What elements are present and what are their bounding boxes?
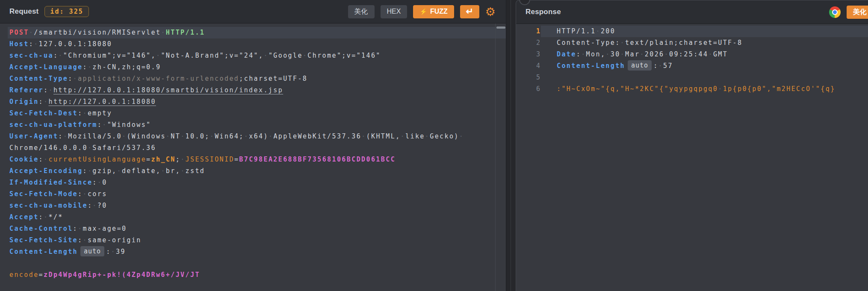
request-line[interactable]: Sec-Fetch-Dest:·empty (0, 108, 506, 119)
request-line[interactable] (0, 258, 506, 269)
request-editor[interactable]: POST·/smartbi/vision/RMIServlet·HTTP/1.1… (0, 24, 506, 291)
code-segment: · (620, 39, 625, 47)
line-number: 3 (516, 49, 540, 60)
request-line[interactable]: Accept-Encoding:·gzip,·deflate,·br,·zstd (0, 165, 506, 177)
response-line[interactable]: 4Content-Lengthauto:·57 (516, 60, 868, 72)
response-header: Response 美化 (516, 0, 868, 24)
code-segment: like (405, 132, 425, 140)
code-segment: · (83, 190, 87, 198)
code-segment: gzip, (92, 167, 117, 175)
response-line[interactable]: 2Content-Type:·text/plain;charset=UTF-8 (516, 37, 868, 49)
code-segment: · (620, 50, 625, 58)
code-segment: · (97, 179, 102, 186)
code-segment: Accept-Encoding (9, 167, 83, 175)
line-number: 4 (516, 60, 540, 72)
code-segment: · (73, 75, 78, 82)
code-segment: Origin (9, 98, 39, 106)
request-line[interactable]: Host:·127.0.0.1:18080 (0, 38, 506, 50)
request-line[interactable]: sec-ch-ua:·"Chromium";v="146",·"Not-A.Br… (0, 50, 506, 62)
code-segment: 200 (601, 27, 615, 35)
code-segment: 30 (611, 50, 620, 58)
send-enter-button[interactable]: ↵ (460, 5, 479, 18)
code-segment: ;charset=UTF-8 (239, 75, 307, 82)
code-segment: Chrome";v="146" (307, 52, 381, 59)
settings-gear-icon[interactable]: ⚙ (485, 6, 496, 18)
code-segment: text/plain;charset=UTF-8 (625, 39, 742, 47)
request-line[interactable]: POST·/smartbi/vision/RMIServlet·HTTP/1.1 (0, 27, 506, 38)
request-line[interactable]: Cookie:·currentUsingLanguage=zh_CN;·JSES… (0, 154, 506, 165)
code-segment: zh_CN (151, 156, 176, 163)
code-segment: : (73, 225, 78, 232)
pane-resize-divider[interactable] (506, 0, 516, 291)
enter-arrow-icon: ↵ (466, 6, 473, 17)
code-segment: 57 (663, 62, 673, 70)
response-line[interactable]: 3Date:·Mon,·30·Mar·2026·09:25:44·GMT (516, 49, 868, 60)
response-editor[interactable]: 1HTTP/1.1·2002Content-Type:·text/plain;c… (516, 24, 868, 95)
code-segment: : (78, 236, 83, 244)
code-segment: sec-ch-ua (9, 52, 53, 59)
code-segment: · (161, 167, 165, 175)
beautify-button[interactable]: 美化 (348, 5, 375, 18)
divider-line (511, 0, 511, 291)
code-segment: · (117, 167, 122, 175)
request-line[interactable]: Content-Type:·application/x-www-form-url… (0, 73, 506, 85)
code-segment: = (39, 271, 44, 279)
code-segment: "Not-A.Brand";v="24", (161, 52, 263, 59)
auto-badge: auto (80, 246, 104, 256)
code-segment: · (156, 52, 161, 59)
code-segment: Mozilla/5.0 (68, 132, 122, 140)
code-segment: Content-Length (9, 248, 78, 256)
code-segment: max-age=0 (83, 225, 127, 232)
response-line[interactable]: 1HTTP/1.1·200 (516, 26, 868, 37)
code-segment: 09:25:44 (669, 50, 708, 58)
code-segment: · (658, 62, 663, 70)
request-line[interactable]: Content-Lengthauto:·39 (0, 246, 506, 258)
request-line[interactable]: User-Agent:·Mozilla/5.0·(Windows·NT·10.0… (0, 131, 506, 142)
request-line[interactable]: Origin:·http://127.0.0.1:18080 (0, 96, 506, 108)
request-line[interactable]: sec-ch-ua-platform:·"Windows" (0, 119, 506, 131)
fuzz-button[interactable]: ⚡ FUZZ (413, 5, 454, 18)
request-scrollbar-track (495, 24, 506, 291)
code-segment: : (576, 50, 581, 58)
code-segment: Safari/537.36 (92, 144, 156, 152)
code-segment: · (303, 52, 307, 59)
code-segment: Cache-Control (9, 225, 73, 232)
request-line[interactable]: Accept-Language:·zh-CN,zh;q=0.9 (0, 62, 506, 73)
request-scrollbar-thumb[interactable] (496, 26, 505, 29)
code-segment: cors (88, 190, 107, 198)
response-line[interactable]: 6:"H~CxOm~"{q,"H~*2KC"{"yqypgqpgq0·1p{p0… (516, 83, 868, 95)
code-segment: Gecko) (430, 132, 459, 140)
line-number: 1 (516, 26, 540, 37)
code-segment: · (83, 236, 87, 244)
code-segment: AppleWebKit/537.36 (273, 132, 361, 140)
code-segment: · (63, 132, 68, 140)
request-line[interactable]: Referer:·http://127.0.0.1:18080/smartbi/… (0, 85, 506, 96)
code-segment: · (180, 156, 185, 163)
code-segment: : (44, 86, 48, 94)
code-segment: "Google (269, 52, 303, 59)
chrome-browser-icon[interactable] (829, 6, 841, 18)
code-segment: Sec-Fetch-Dest (9, 109, 78, 117)
line-number: 2 (516, 37, 540, 49)
code-segment: · (401, 132, 405, 140)
request-line[interactable]: sec-ch-ua-mobile:·?0 (0, 200, 506, 212)
request-line[interactable]: Cache-Control:·max-age=0 (0, 223, 506, 235)
code-segment: Chrome/146.0.0.0 (9, 144, 88, 152)
code-segment: Content-Length (557, 62, 625, 70)
code-segment: · (459, 132, 464, 140)
code-segment: 0 (102, 179, 107, 186)
request-line[interactable]: Chrome/146.0.0.0·Safari/537.36 (0, 142, 506, 154)
request-line[interactable]: encode=zDp4Wp4gRip+-pk!(4Zp4DRw6+/JV/JT (0, 269, 506, 281)
code-segment: : (78, 190, 83, 198)
request-line[interactable]: Accept:·*/* (0, 212, 506, 223)
request-line[interactable]: Sec-Fetch-Mode:·cors (0, 188, 506, 200)
auto-badge: auto (628, 60, 652, 71)
code-segment: 39 (116, 248, 126, 256)
request-line[interactable]: Sec-Fetch-Site:·same-origin (0, 235, 506, 246)
request-line[interactable]: If-Modified-Since:·0 (0, 177, 506, 188)
response-line[interactable]: 5 (516, 72, 868, 83)
code-segment: NT (171, 132, 180, 140)
line-number: 5 (516, 72, 540, 83)
response-beautify-button[interactable]: 美化 (847, 6, 868, 19)
hex-button[interactable]: HEX (381, 5, 407, 18)
